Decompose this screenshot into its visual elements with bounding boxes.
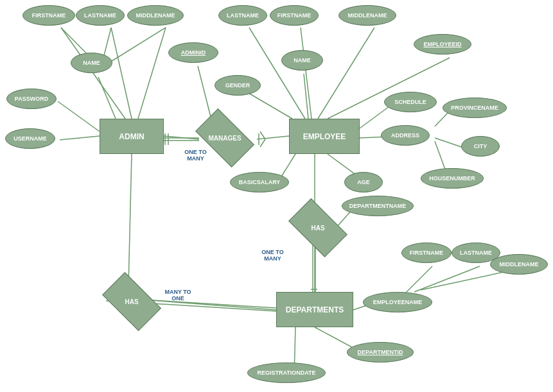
ellipse-dept-deptid: DEPARTMENTID	[347, 342, 414, 362]
svg-line-17	[328, 58, 450, 119]
svg-line-18	[360, 105, 392, 128]
ellipse-admin-lastname: LASTNAME	[76, 5, 125, 26]
er-diagram: ADMIN EMPLOYEE DEPARTMENTS MANAGES HAS H…	[0, 0, 553, 392]
ellipse-emp-city: CITY	[461, 136, 500, 157]
svg-line-1	[111, 28, 132, 119]
svg-line-9	[198, 66, 212, 122]
ellipse-dept-deptname: DEPARTMENTNAME	[342, 196, 414, 216]
svg-line-11	[257, 136, 289, 139]
ellipse-emp-gender: GENDER	[215, 75, 261, 96]
svg-line-41	[260, 132, 265, 139]
ellipse-admin-adminid: ADMINID	[168, 42, 218, 63]
ellipse-dept-regdate: REGISTRATIONDATE	[247, 362, 326, 383]
ellipse-emp-name: NAME	[281, 50, 323, 71]
ellipse-emp-middlename: MIDDLENAME	[338, 5, 396, 26]
ellipse-emp-address: ADDRESS	[381, 125, 430, 146]
ellipse-emp-age: AGE	[344, 172, 383, 192]
diamond-has1: HAS	[292, 212, 344, 244]
ellipse-admin-username: USERNAME	[5, 128, 55, 149]
label-many-to-one: MANY TOONE	[155, 289, 200, 302]
ellipse-emp-provincename: PROVINCENAME	[443, 98, 507, 118]
ellipse-emp-housenumber: HOUSENUMBER	[421, 168, 484, 189]
svg-line-13	[249, 28, 305, 119]
label-one-to-many-2: ONE TOMANY	[252, 249, 294, 262]
ellipse-admin-firstname: FIRSTNAME	[22, 5, 75, 26]
diamond-has2: HAS	[106, 285, 157, 318]
svg-line-48	[152, 303, 276, 311]
svg-line-6	[105, 28, 166, 65]
svg-line-42	[260, 139, 265, 147]
ellipse-dept-middlename: MIDDLENAME	[490, 254, 548, 275]
svg-line-8	[60, 136, 100, 140]
svg-line-29	[405, 266, 432, 294]
svg-line-35	[128, 154, 132, 285]
ellipse-admin-name: NAME	[71, 53, 112, 73]
svg-line-12	[301, 28, 312, 119]
ellipse-admin-middlename: MIDDLENAME	[127, 5, 184, 26]
ellipse-dept-empname: EMPLOYEENAME	[363, 292, 432, 312]
ellipse-emp-basicsalary: BASICSALARY	[230, 172, 289, 192]
entity-admin: ADMIN	[100, 119, 164, 154]
svg-line-7	[58, 101, 100, 132]
label-one-to-many-1: ONE TOMANY	[175, 149, 216, 162]
ellipse-admin-password: PASSWORD	[6, 89, 57, 109]
svg-line-3	[98, 77, 116, 119]
svg-line-14	[318, 28, 374, 119]
svg-line-15	[304, 74, 308, 119]
ellipse-dept-firstname: FIRSTNAME	[401, 243, 452, 263]
entity-employee: EMPLOYEE	[289, 119, 360, 154]
ellipse-emp-employeeid: EMPLOYEEID	[414, 34, 471, 55]
ellipse-emp-lastname: LASTNAME	[218, 5, 267, 26]
svg-line-0	[61, 28, 125, 119]
ellipse-emp-firstname: FIRSTNAME	[270, 5, 319, 26]
ellipse-emp-schedule: SCHEDULE	[384, 92, 437, 112]
entity-departments: DEPARTMENTS	[276, 292, 353, 327]
svg-line-2	[138, 28, 166, 119]
